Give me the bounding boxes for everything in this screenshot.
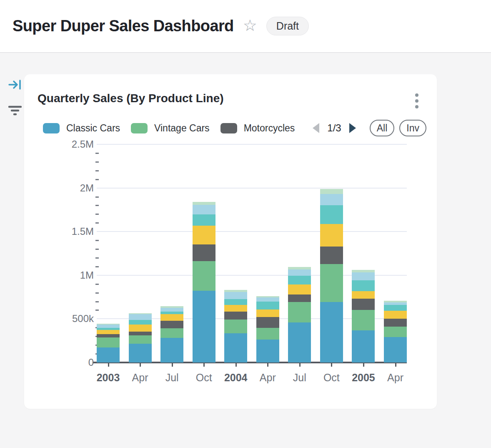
bar-segment[interactable] (384, 319, 407, 327)
bar-segment[interactable] (193, 214, 215, 226)
bar-segment[interactable] (224, 320, 247, 333)
favorite-star-icon[interactable]: ☆ (243, 18, 257, 33)
bar-segment[interactable] (129, 335, 152, 344)
page-title: Super Duper Sales Dashboard (13, 17, 234, 35)
legend-item-classic-cars[interactable]: Classic Cars (43, 123, 120, 134)
bar-segment[interactable] (288, 269, 311, 276)
bar-segment[interactable] (288, 276, 311, 285)
y-axis-minor-tick (95, 196, 99, 198)
bar-segment[interactable] (224, 299, 247, 305)
bar-segment[interactable] (224, 333, 247, 363)
bar-segment[interactable] (384, 337, 407, 363)
bar-Jul-2[interactable] (160, 306, 183, 362)
bar-2004-4[interactable] (224, 290, 247, 362)
filter-icon[interactable] (8, 105, 22, 118)
x-axis-tick (140, 363, 141, 367)
bar-segment[interactable] (320, 247, 343, 264)
bar-segment[interactable] (97, 347, 120, 362)
bar-segment[interactable] (193, 226, 215, 245)
bar-segment[interactable] (320, 205, 343, 224)
bar-segment[interactable] (224, 292, 247, 299)
bar-segment[interactable] (193, 205, 215, 214)
bar-segment[interactable] (256, 302, 279, 310)
y-axis-label: 2.5M (31, 138, 94, 150)
bar-segment[interactable] (129, 325, 152, 332)
bar-segment[interactable] (160, 328, 183, 338)
y-axis-minor-tick (95, 301, 99, 302)
x-axis-tick (172, 363, 173, 367)
legend-pager: 1/3 (311, 122, 357, 134)
bar-segment[interactable] (320, 302, 343, 362)
bar-segment[interactable] (352, 280, 375, 291)
bar-segment[interactable] (256, 310, 279, 317)
y-axis-label: 0 (31, 357, 94, 368)
bar-segment[interactable] (224, 312, 247, 320)
legend-item-motorcycles[interactable]: Motorcycles (220, 123, 295, 134)
bar-segment[interactable] (160, 308, 183, 312)
bar-segment[interactable] (384, 311, 407, 319)
bar-segment[interactable] (288, 302, 311, 322)
bar-segment[interactable] (320, 224, 343, 247)
bar-segment[interactable] (193, 261, 215, 291)
bar-segment[interactable] (160, 314, 183, 320)
bar-Apr-5[interactable] (256, 296, 279, 362)
bar-Oct-7[interactable] (320, 189, 343, 362)
bar-segment[interactable] (129, 332, 152, 335)
kebab-menu-icon[interactable] (413, 92, 421, 110)
bar-segment[interactable] (129, 320, 152, 325)
bar-segment[interactable] (256, 340, 279, 362)
bar-segment[interactable] (320, 194, 343, 205)
x-axis-tick (235, 363, 237, 367)
bar-segment[interactable] (288, 294, 311, 302)
bar-segment[interactable] (352, 330, 375, 362)
bar-segment[interactable] (320, 264, 343, 302)
bar-segment[interactable] (288, 284, 311, 294)
bar-Apr-9[interactable] (384, 300, 407, 362)
bar-segment[interactable] (129, 314, 152, 320)
legend-all-button[interactable]: All (370, 120, 395, 137)
legend-inv-button[interactable]: Inv (399, 120, 426, 137)
bar-segment[interactable] (384, 305, 407, 311)
bar-segment[interactable] (384, 327, 407, 337)
bar-segment[interactable] (288, 322, 311, 362)
bar-segment[interactable] (97, 330, 120, 334)
x-axis-label: Apr (373, 372, 418, 384)
bar-segment[interactable] (352, 299, 375, 310)
stacked-bar-chart: 2003AprJulOct2004AprJulOct2005Apr 0500k1… (24, 144, 437, 395)
next-page-icon[interactable] (348, 122, 357, 134)
bar-2005-8[interactable] (352, 270, 375, 362)
bar-segment[interactable] (320, 189, 343, 194)
bar-segment[interactable] (97, 325, 120, 327)
chart-title: Quarterly Sales (By Product Line) (38, 92, 224, 105)
x-axis-tick (108, 363, 109, 367)
x-axis-tick (299, 363, 301, 367)
bar-segment[interactable] (224, 305, 247, 312)
bar-segment[interactable] (129, 344, 152, 362)
bar-segment[interactable] (97, 337, 120, 347)
bar-segment[interactable] (352, 270, 375, 273)
bar-segment[interactable] (193, 291, 215, 362)
x-axis-tick (203, 363, 205, 367)
bar-segment[interactable] (160, 338, 183, 362)
y-axis-label: 2M (31, 182, 94, 194)
legend-item-vintage-cars[interactable]: Vintage Cars (131, 123, 210, 134)
bar-segment[interactable] (256, 328, 279, 339)
bar-Apr-1[interactable] (129, 313, 152, 362)
gridline-2.5M (97, 144, 407, 145)
chart-card-header: Quarterly Sales (By Product Line) (24, 74, 437, 110)
prev-page-icon[interactable] (311, 122, 321, 134)
bar-Jul-6[interactable] (288, 267, 311, 362)
bar-segment[interactable] (160, 321, 183, 328)
y-axis-minor-tick (95, 222, 99, 224)
collapse-panel-icon[interactable] (8, 79, 22, 92)
bar-segment[interactable] (256, 317, 279, 328)
bar-segment[interactable] (352, 272, 375, 280)
bar-segment[interactable] (256, 297, 279, 302)
bar-2003-0[interactable] (97, 324, 120, 362)
bar-segment[interactable] (97, 334, 120, 337)
bar-segment[interactable] (193, 244, 215, 261)
bar-Oct-3[interactable] (193, 202, 215, 362)
y-axis-minor-tick (95, 292, 99, 294)
bar-segment[interactable] (352, 310, 375, 330)
bar-segment[interactable] (352, 291, 375, 299)
